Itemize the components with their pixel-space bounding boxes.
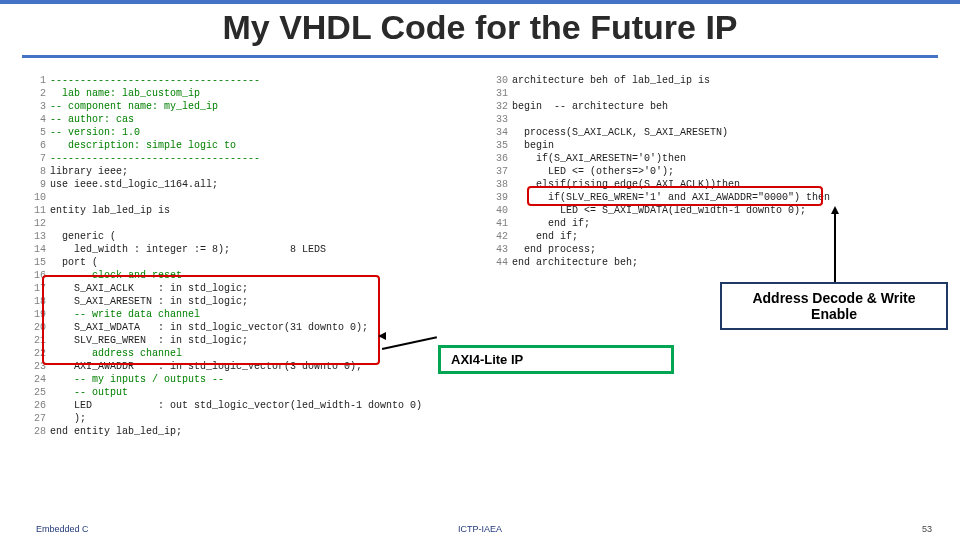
code-line: 10 [28, 191, 428, 204]
code-text: end entity lab_led_ip; [50, 426, 182, 437]
top-accent-bar [0, 0, 960, 4]
code-line: 33 [490, 113, 820, 126]
slide-title: My VHDL Code for the Future IP [0, 0, 960, 51]
code-line: 31 [490, 87, 820, 100]
code-line: 37 LED <= (others=>'0'); [490, 165, 820, 178]
line-number: 27 [28, 412, 46, 425]
code-line: 24 -- my inputs / outputs -- [28, 373, 428, 386]
code-text: -- component name: my_led_ip [50, 101, 218, 112]
line-number: 33 [490, 113, 508, 126]
code-line: 3-- component name: my_led_ip [28, 100, 428, 113]
code-text: LED : out std_logic_vector(led_width-1 d… [50, 400, 422, 411]
arrow-addr-to-code [834, 208, 836, 282]
code-text: generic ( [50, 231, 116, 242]
code-text: ); [50, 413, 86, 424]
line-number: 3 [28, 100, 46, 113]
line-number: 7 [28, 152, 46, 165]
line-number: 35 [490, 139, 508, 152]
code-text: lab name: lab_custom_ip [50, 88, 200, 99]
code-text: -- author: cas [50, 114, 134, 125]
line-number: 6 [28, 139, 46, 152]
callout-axi4-lite: AXI4-Lite IP [438, 345, 674, 374]
code-line: 28end entity lab_led_ip; [28, 425, 428, 438]
code-right-column: 30architecture beh of lab_led_ip is3132b… [490, 74, 820, 269]
line-number: 2 [28, 87, 46, 100]
line-number: 34 [490, 126, 508, 139]
line-number: 11 [28, 204, 46, 217]
line-number: 26 [28, 399, 46, 412]
footer-page-number: 53 [922, 524, 932, 534]
code-line: 8library ieee; [28, 165, 428, 178]
code-line: 11entity lab_led_ip is [28, 204, 428, 217]
code-text: ----------------------------------- [50, 153, 260, 164]
line-number: 44 [490, 256, 508, 269]
code-text: begin -- architecture beh [512, 101, 668, 112]
line-number: 31 [490, 87, 508, 100]
code-text: -- my inputs / outputs -- [50, 374, 224, 385]
code-text: led_width : integer := 8); 8 LEDS [50, 244, 326, 255]
code-text: begin [512, 140, 554, 151]
code-line: 9use ieee.std_logic_1164.all; [28, 178, 428, 191]
line-number: 1 [28, 74, 46, 87]
code-line: 30architecture beh of lab_led_ip is [490, 74, 820, 87]
code-line: 26 LED : out std_logic_vector(led_width-… [28, 399, 428, 412]
code-left-column: 1-----------------------------------2 la… [28, 74, 428, 438]
line-number: 28 [28, 425, 46, 438]
code-text: -- output [50, 387, 128, 398]
code-text: if(S_AXI_ARESETN='0')then [512, 153, 686, 164]
line-number: 32 [490, 100, 508, 113]
code-line: 4-- author: cas [28, 113, 428, 126]
code-line: 32begin -- architecture beh [490, 100, 820, 113]
title-underline [22, 55, 938, 58]
line-number: 13 [28, 230, 46, 243]
code-line: 27 ); [28, 412, 428, 425]
line-number: 9 [28, 178, 46, 191]
code-text: end process; [512, 244, 596, 255]
code-text: process(S_AXI_ACLK, S_AXI_ARESETN) [512, 127, 728, 138]
code-text: ----------------------------------- [50, 75, 260, 86]
line-number: 24 [28, 373, 46, 386]
code-line: 25 -- output [28, 386, 428, 399]
code-text: architecture beh of lab_led_ip is [512, 75, 710, 86]
code-line: 35 begin [490, 139, 820, 152]
line-number: 12 [28, 217, 46, 230]
code-line: 5-- version: 1.0 [28, 126, 428, 139]
code-line: 44end architecture beh; [490, 256, 820, 269]
code-line: 34 process(S_AXI_ACLK, S_AXI_ARESETN) [490, 126, 820, 139]
code-text: description: simple logic to [50, 140, 236, 151]
line-number: 40 [490, 204, 508, 217]
arrow-axi-head [378, 332, 386, 340]
footer-center: ICTP-IAEA [458, 524, 502, 534]
code-line: 6 description: simple logic to [28, 139, 428, 152]
code-text: -- version: 1.0 [50, 127, 140, 138]
line-number: 5 [28, 126, 46, 139]
line-number: 39 [490, 191, 508, 204]
code-text: end architecture beh; [512, 257, 638, 268]
line-number: 30 [490, 74, 508, 87]
code-line: 15 port ( [28, 256, 428, 269]
code-text: use ieee.std_logic_1164.all; [50, 179, 218, 190]
line-number: 25 [28, 386, 46, 399]
code-line: 36 if(S_AXI_ARESETN='0')then [490, 152, 820, 165]
code-line: 12 [28, 217, 428, 230]
code-line: 42 end if; [490, 230, 820, 243]
code-line: 13 generic ( [28, 230, 428, 243]
line-number: 14 [28, 243, 46, 256]
line-number: 10 [28, 191, 46, 204]
code-line: 43 end process; [490, 243, 820, 256]
line-number: 37 [490, 165, 508, 178]
highlight-axi-signals [42, 275, 380, 365]
callout-address-decode: Address Decode & Write Enable [720, 282, 948, 330]
line-number: 42 [490, 230, 508, 243]
code-text: end if; [512, 231, 578, 242]
line-number: 4 [28, 113, 46, 126]
code-text: end if; [512, 218, 590, 229]
code-text: LED <= (others=>'0'); [512, 166, 674, 177]
footer-left: Embedded C [36, 524, 89, 534]
line-number: 38 [490, 178, 508, 191]
line-number: 41 [490, 217, 508, 230]
code-text: LED <= S_AXI_WDATA(led_width-1 downto 0)… [512, 205, 806, 216]
code-text: port ( [50, 257, 98, 268]
code-line: 1----------------------------------- [28, 74, 428, 87]
line-number: 36 [490, 152, 508, 165]
